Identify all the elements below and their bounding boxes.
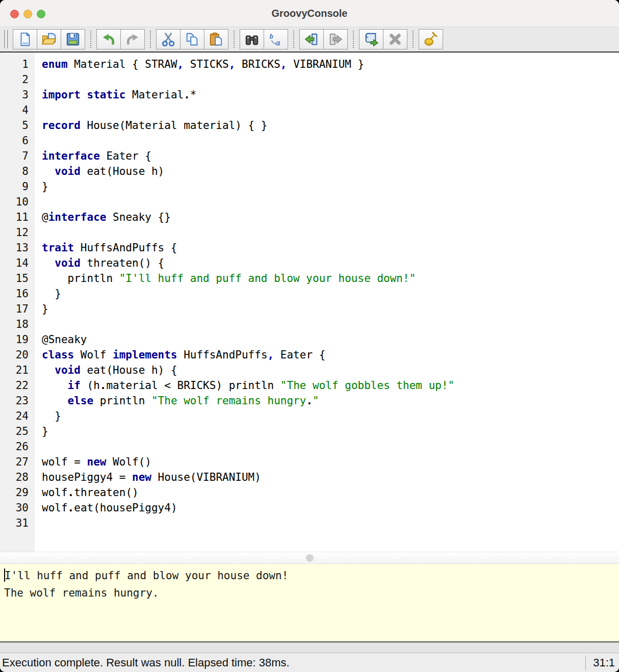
svg-text:b: b [270,32,273,40]
redo-icon [125,32,140,47]
code-text: else println "The wolf remains hungry." [35,393,319,408]
status-gap [0,641,619,653]
line-number: 2 [0,72,35,87]
code-line: 9} [0,179,619,194]
toolbar-separator [293,31,294,48]
code-line: 21 void eat(House h) { [0,363,619,378]
history-previous-button[interactable] [299,29,324,49]
copy-button[interactable] [180,29,204,49]
code-line: 3import static Material.* [0,87,619,102]
line-number: 31 [0,515,35,531]
line-number: 18 [0,317,35,332]
code-text [35,72,42,87]
code-line: 7interface Eater { [0,148,619,164]
code-line: 31 [0,515,619,531]
line-number: 7 [0,148,35,164]
line-number: 26 [0,439,35,454]
open-file-icon [41,32,57,47]
code-text: trait HuffsAndPuffs { [35,240,177,255]
code-text [35,133,42,148]
line-number: 11 [0,210,35,225]
code-line: 6 [0,133,619,148]
code-line: 30wolf.eat(housePiggy4) [0,500,619,515]
cut-button[interactable] [156,29,180,49]
clear-icon [423,32,439,47]
status-separator [585,656,586,670]
code-text: enum Material { STRAW, STICKS, BRICKS, V… [35,57,364,72]
code-text: @Sneaky [35,332,87,347]
copy-icon [185,32,200,47]
code-editor[interactable]: 1enum Material { STRAW, STICKS, BRICKS, … [0,53,619,552]
toolbar-drag-handle[interactable] [4,30,9,48]
find-replace-button[interactable]: ba [264,29,288,49]
code-text: } [35,424,48,439]
save-file-button[interactable] [61,29,85,49]
find-replace-icon: ba [268,32,283,47]
code-text: @interface Sneaky {} [35,210,171,225]
code-text [35,102,42,118]
toolbar-group [13,29,85,49]
code-line: 20class Wolf implements HuffsAndPuffs, E… [0,347,619,363]
code-text: println "I'll huff and puff and blow you… [35,271,416,286]
interrupt-script-button[interactable] [383,29,407,49]
line-number: 22 [0,378,35,393]
toolbar-group [299,29,348,49]
status-message: Execution complete. Result was null. Ela… [2,656,585,669]
line-number: 9 [0,179,35,194]
code-text: void eat(House h) { [35,363,177,378]
line-number: 23 [0,393,35,408]
code-text [35,439,42,454]
code-text: interface Eater { [35,148,151,164]
window-title: GroovyConsole [0,0,619,27]
code-line: 4 [0,102,619,118]
toolbar-separator [412,31,414,48]
split-divider[interactable] [0,552,619,564]
line-number: 1 [0,57,35,72]
code-text: void eat(House h) [35,164,164,179]
line-number: 21 [0,363,35,378]
code-line: 28housePiggy4 = new House(VIBRANIUM) [0,470,619,485]
code-line: 18 [0,317,619,332]
line-number: 29 [0,485,35,500]
code-line: 26 [0,439,619,454]
line-number: 27 [0,454,35,470]
open-file-button[interactable] [37,29,61,49]
history-next-button[interactable] [323,29,348,49]
line-number: 10 [0,194,35,210]
save-icon [65,32,81,47]
line-number: 28 [0,470,35,485]
code-text: wolf = new Wolf() [35,454,151,470]
undo-button[interactable] [96,29,121,49]
interrupt-icon [388,32,403,47]
line-number: 13 [0,240,35,255]
new-file-icon [17,32,33,47]
code-line: 22 if (h.material < BRICKS) println "The… [0,378,619,393]
titlebar: GroovyConsole [0,0,619,27]
code-text: class Wolf implements HuffsAndPuffs, Eat… [35,347,325,363]
new-file-button[interactable] [13,29,37,49]
line-number: 3 [0,87,35,102]
clear-output-button[interactable] [419,29,443,49]
splitter-grip-icon[interactable] [306,554,314,562]
paste-button[interactable] [204,29,228,49]
code-line: 1enum Material { STRAW, STICKS, BRICKS, … [0,57,619,72]
output-area[interactable]: I'll huff and puff and blow your house d… [0,564,619,641]
code-line: 15 println "I'll huff and puff and blow … [0,271,619,286]
code-line: 17} [0,301,619,317]
line-number: 5 [0,118,35,133]
line-number: 15 [0,271,35,286]
find-button[interactable] [240,29,264,49]
toolbar: ba [0,27,619,53]
redo-button[interactable] [120,29,145,49]
code-text: if (h.material < BRICKS) println "The wo… [35,378,454,393]
code-line: 14 void threaten() { [0,255,619,271]
line-number: 19 [0,332,35,347]
toolbar-separator [353,31,354,48]
status-bar: Execution complete. Result was null. Ela… [0,653,619,672]
code-line: 13trait HuffsAndPuffs { [0,240,619,255]
code-text: record House(Material material) { } [35,118,268,133]
code-line: 16 } [0,286,619,301]
execute-script-button[interactable] [359,29,383,49]
code-line: 5record House(Material material) { } [0,118,619,133]
code-text [35,317,42,332]
